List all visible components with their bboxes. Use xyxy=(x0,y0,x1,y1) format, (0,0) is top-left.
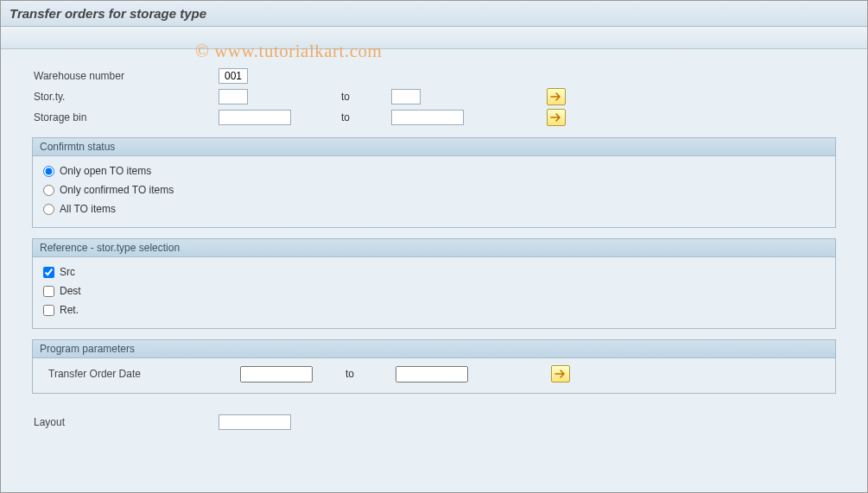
content-area: © www.tutorialkart.com Warehouse number … xyxy=(1,49,867,493)
label-storage-bin-to: to xyxy=(339,111,391,123)
group-program-parameters: Program parameters Transfer Order Date t… xyxy=(32,339,836,394)
label-ret[interactable]: Ret. xyxy=(60,304,79,316)
layout-input[interactable] xyxy=(219,414,291,430)
storage-bin-from-input[interactable] xyxy=(219,110,291,125)
arrow-right-icon xyxy=(554,369,567,379)
transfer-order-date-to-input[interactable] xyxy=(396,366,468,382)
row-storage-bin: Storage bin to xyxy=(11,108,857,127)
row-warehouse-number: Warehouse number xyxy=(11,66,857,85)
group-title-reference: Reference - stor.type selection xyxy=(33,239,835,257)
row-transfer-order-date: Transfer Order Date to xyxy=(41,363,827,384)
toolbar xyxy=(1,27,867,49)
checkbox-src[interactable] xyxy=(43,267,54,278)
storage-bin-to-input[interactable] xyxy=(391,110,464,125)
storage-bin-multiselect-button[interactable] xyxy=(547,109,566,126)
label-only-confirmed[interactable]: Only confirmed TO items xyxy=(60,184,174,196)
label-src[interactable]: Src xyxy=(60,266,75,278)
label-only-open[interactable]: Only open TO items xyxy=(60,165,151,177)
radio-only-open[interactable] xyxy=(43,166,54,177)
label-storage-bin: Storage bin xyxy=(11,111,219,123)
label-stor-ty-to: to xyxy=(339,91,391,103)
transfer-order-date-from-input[interactable] xyxy=(240,366,313,382)
label-dest[interactable]: Dest xyxy=(60,285,81,297)
arrow-right-icon xyxy=(550,112,562,123)
radio-all-items[interactable] xyxy=(43,204,54,215)
stor-ty-from-input[interactable] xyxy=(219,89,248,104)
row-stor-ty: Stor.ty. to xyxy=(11,87,857,106)
stor-ty-to-input[interactable] xyxy=(391,89,421,104)
arrow-right-icon xyxy=(550,92,562,102)
checkbox-ret[interactable] xyxy=(43,305,54,316)
group-reference: Reference - stor.type selection Src Dest… xyxy=(32,238,836,329)
label-all-items[interactable]: All TO items xyxy=(60,203,116,215)
window-title: Transfer orders for storage type xyxy=(1,1,867,27)
transfer-order-date-multiselect-button[interactable] xyxy=(551,365,570,382)
group-title-params: Program parameters xyxy=(33,340,835,358)
stor-ty-multiselect-button[interactable] xyxy=(547,88,566,105)
label-stor-ty: Stor.ty. xyxy=(11,91,219,103)
group-title-confirm: Confirmtn status xyxy=(33,138,835,156)
label-warehouse-number: Warehouse number xyxy=(11,70,219,82)
radio-only-confirmed[interactable] xyxy=(43,185,54,196)
label-transfer-order-date: Transfer Order Date xyxy=(43,368,240,380)
checkbox-dest[interactable] xyxy=(43,286,54,297)
label-layout: Layout xyxy=(11,416,219,428)
warehouse-number-input[interactable] xyxy=(219,68,248,84)
label-transfer-order-date-to: to xyxy=(344,368,396,380)
group-confirm-status: Confirmtn status Only open TO items Only… xyxy=(32,137,836,228)
row-layout: Layout xyxy=(11,413,857,432)
